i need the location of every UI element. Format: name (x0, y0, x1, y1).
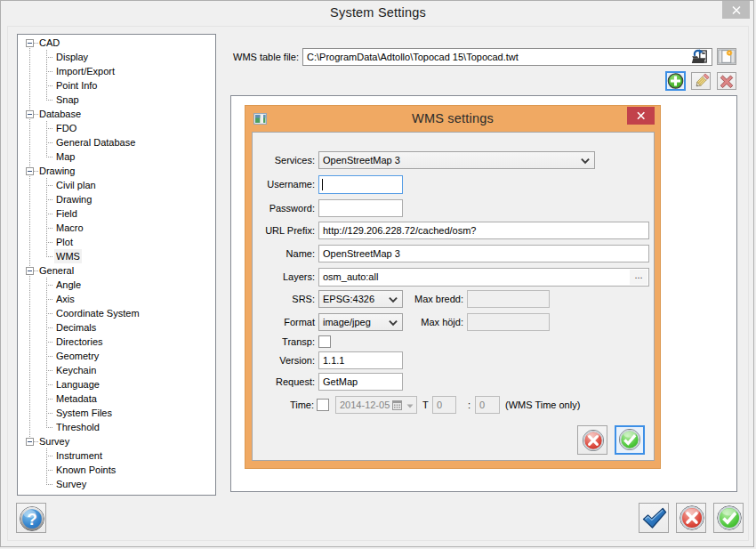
svg-text:?: ? (27, 510, 37, 529)
